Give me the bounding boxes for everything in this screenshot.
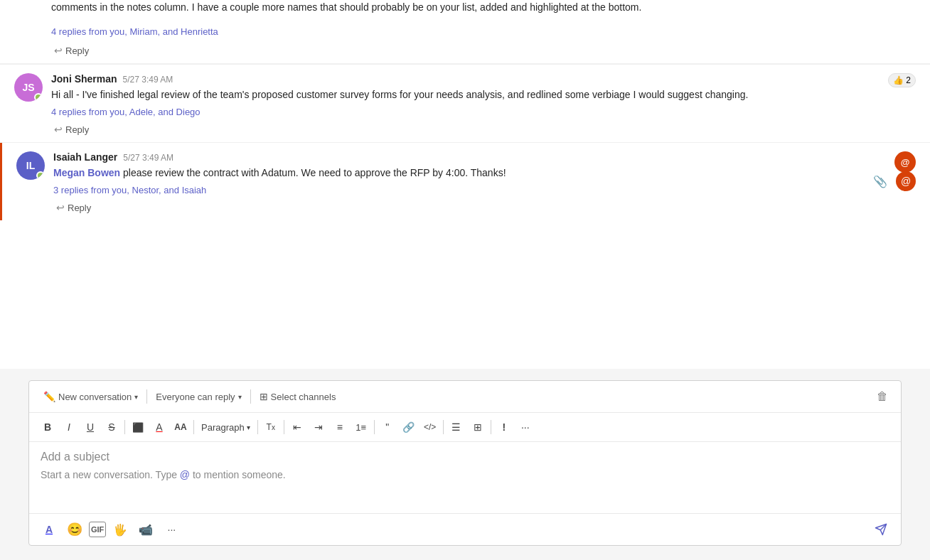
reply-icon-1: ↩ [54,45,63,56]
code-button[interactable]: </> [420,417,440,437]
underline-button[interactable]: U [80,417,100,437]
more-actions-button[interactable]: ··· [160,518,183,541]
message-header-isaiah: Isaiah Langer 5/27 3:49 AM [53,151,916,163]
message-text-isaiah: Megan Bowen please review the contract w… [53,166,916,181]
paragraph-chevron: ▾ [247,424,250,431]
fmt-sep-5 [374,420,375,434]
replies-link-1[interactable]: 4 replies from you, Miriam, and Henriett… [51,25,218,39]
bold-button[interactable]: B [38,417,58,437]
time-isaiah: 5/27 3:49 AM [123,153,173,163]
quote-button[interactable]: " [378,417,397,437]
fmt-sep-6 [443,420,444,434]
more-format-button[interactable]: ··· [515,417,535,437]
fmt-sep-3 [257,420,258,434]
replies-link-isaiah[interactable]: 3 replies from you, Nestor, and Isaiah [53,185,206,195]
partial-message: comments in the notes column. I have a c… [0,0,930,64]
reply-button-isaiah[interactable]: ↩ Reply [53,200,94,215]
reply-icon-joni: ↩ [54,124,63,135]
decrease-indent-button[interactable]: ⇤ [287,417,307,437]
body-placeholder[interactable]: Start a new conversation. Type @ to ment… [41,469,889,480]
presence-joni [34,93,43,102]
everyone-can-reply-button[interactable]: Everyone can reply ▾ [150,389,247,405]
font-color-button[interactable]: A [149,417,169,437]
replies-link-joni[interactable]: 4 replies from you, Adele, and Diego [51,107,201,117]
reaction-count-joni: 2 [906,75,911,85]
select-channels-button[interactable]: ⊞ Select channels [254,388,342,405]
highlight-button[interactable]: ⬛ [128,417,148,437]
compose-toolbar-right: 🗑 [872,387,892,406]
message-content-joni: Joni Sherman 5/27 3:49 AM Hi all - I've … [51,73,916,136]
reply-icon-isaiah: ↩ [56,202,65,213]
reply-button-1[interactable]: ↩ Reply [51,43,92,58]
sep-2 [250,389,251,404]
format-text-button[interactable]: A [38,518,60,541]
compose-area: ✏️ New conversation ▾ Everyone can reply… [28,380,902,546]
italic-button[interactable]: I [59,417,79,437]
reaction-badge-joni[interactable]: 👍 2 [888,73,916,87]
compose-footer: A 😊 GIF 🖐 📹 ··· [29,513,901,545]
message-content-isaiah: Isaiah Langer 5/27 3:49 AM Megan Bowen p… [53,151,916,215]
partial-message-text: comments in the notes column. I have a c… [51,0,916,21]
compose-wrapper: ✏️ New conversation ▾ Everyone can reply… [0,369,930,560]
mention-at[interactable]: @ [180,469,190,480]
message-header-joni: Joni Sherman 5/27 3:49 AM [51,73,916,85]
edit-icon: ✏️ [43,391,55,402]
important-button[interactable]: ! [494,417,514,437]
formatting-toolbar: B I U S ⬛ A AA Paragraph ▾ Tx ⇤ ⇥ ≡ 1≡ "… [29,413,901,442]
table-button[interactable]: ⊞ [468,417,488,437]
emoji-button[interactable]: 😊 [63,518,86,541]
font-size-button[interactable]: AA [171,417,191,437]
author-joni: Joni Sherman [51,73,117,85]
message-text-joni: Hi all - I've finished legal review of t… [51,87,916,102]
time-joni: 5/27 3:49 AM [123,75,173,85]
compose-body[interactable]: Add a subject Start a new conversation. … [29,442,901,513]
action-icons-isaiah: 📎 @ [870,171,916,191]
fmt-sep-7 [491,420,491,434]
message-block-isaiah: IL Isaiah Langer 5/27 3:49 AM Megan Bowe… [0,143,930,220]
compose-toolbar-top: ✏️ New conversation ▾ Everyone can reply… [29,381,901,413]
fmt-sep-4 [284,420,284,434]
avatar-isaiah: IL [16,151,45,180]
paragraph-select[interactable]: Paragraph ▾ [197,421,255,434]
footer-right [870,518,892,541]
new-conversation-chevron: ▾ [134,393,138,401]
presence-isaiah [36,171,45,180]
message-block-joni: JS Joni Sherman 5/27 3:49 AM Hi all - I'… [0,65,930,142]
attach-icon-isaiah[interactable]: 📎 [870,171,890,191]
strikethrough-button[interactable]: S [102,417,122,437]
align-button[interactable]: ☰ [447,417,466,437]
mention-isaiah[interactable]: Megan Bowen [53,167,120,178]
increase-indent-button[interactable]: ⇥ [309,417,328,437]
subject-placeholder[interactable]: Add a subject [41,451,889,463]
at-icon-isaiah[interactable]: @ [896,171,916,191]
reply-button-joni[interactable]: ↩ Reply [51,122,92,136]
sep-1 [146,389,147,404]
gif-button[interactable]: GIF [89,522,106,537]
avatar-joni: JS [14,73,43,102]
numbered-button[interactable]: 1≡ [351,417,371,437]
fmt-sep-1 [124,420,125,434]
sticker-button[interactable]: 🖐 [109,518,132,541]
video-clip-button[interactable]: 📹 [134,518,157,541]
clear-format-button[interactable]: Tx [261,417,281,437]
bullets-button[interactable]: ≡ [330,417,350,437]
everyone-reply-chevron: ▾ [238,393,242,401]
link-button[interactable]: 🔗 [399,417,419,437]
channels-icon: ⊞ [260,391,268,402]
fmt-sep-2 [193,420,194,434]
notification-icon-isaiah[interactable]: @ [894,151,916,173]
new-conversation-button[interactable]: ✏️ New conversation ▾ [38,388,144,405]
author-isaiah: Isaiah Langer [53,151,117,163]
reaction-emoji-joni: 👍 [893,75,904,85]
trash-button[interactable]: 🗑 [872,387,892,406]
send-button[interactable] [870,518,892,541]
